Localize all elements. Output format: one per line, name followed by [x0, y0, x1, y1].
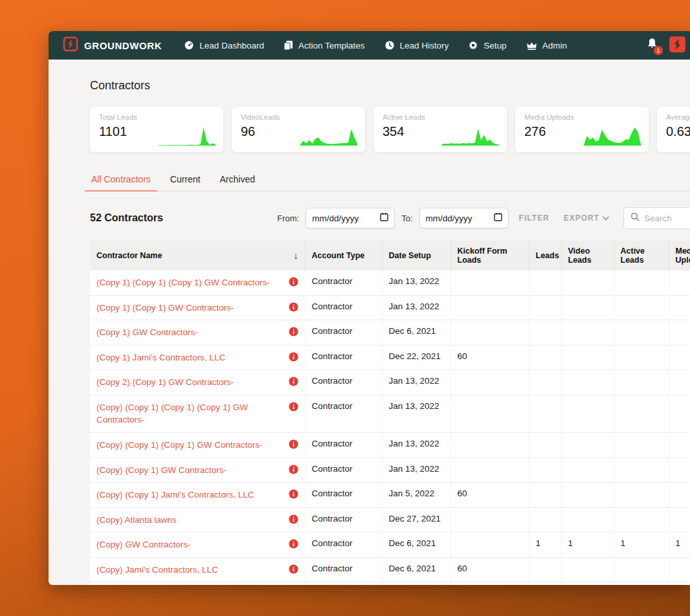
contractor-link[interactable]: (Copy) (Copy 1) (Copy 1) GW Contractors-: [96, 439, 263, 452]
templates-copy-icon: [284, 40, 293, 50]
media-uploads-cell: [669, 345, 690, 370]
sparkline-chart: [159, 124, 216, 146]
col-video-leads[interactable]: Video Leads: [561, 241, 614, 270]
contractor-link[interactable]: (Copy) Atlanta lawns: [96, 514, 177, 527]
media-uploads-cell: [669, 582, 690, 585]
video-leads-cell: [561, 582, 614, 585]
date-from-input[interactable]: mm/dd/yyyy: [306, 208, 395, 228]
account-type-cell: Contractor: [305, 432, 382, 457]
contractor-link[interactable]: (Copy) Jami's Contractors, LLC: [96, 564, 218, 577]
active-leads-cell: [614, 295, 669, 320]
active-leads-cell: [614, 370, 669, 395]
col-account-type[interactable]: Account Type: [305, 241, 382, 270]
info-icon[interactable]: [289, 277, 298, 289]
app-window: GROUNDWORK Lead Dashboard Action Templat…: [49, 31, 690, 585]
leads-cell: [529, 582, 561, 585]
tab-archived[interactable]: Archived: [219, 170, 256, 191]
nav-item-action-templates[interactable]: Action Templates: [284, 40, 365, 50]
info-icon[interactable]: [289, 327, 298, 339]
list-header: 52 Contractors From: mm/dd/yyyy To: mm/d…: [90, 207, 690, 229]
leads-cell: [529, 370, 561, 395]
main-nav: Lead Dashboard Action Templates Lead His…: [184, 40, 567, 50]
date-to-input[interactable]: mm/dd/yyyy: [419, 208, 509, 228]
contractor-link[interactable]: (Copy) (Copy 1) Jami's Contractors, LLC: [96, 489, 254, 501]
kickoff-loads-cell: 60: [451, 345, 529, 370]
account-type-cell: Contractor: [305, 370, 382, 395]
contractor-name-cell: (Copy) Jami's Contractors, LLC: [90, 557, 305, 582]
stat-card-media-uploads: Media Uploads 276: [515, 107, 649, 152]
export-button[interactable]: EXPORT: [560, 211, 613, 225]
calendar-icon[interactable]: [494, 212, 502, 224]
account-type-cell: Contractor: [305, 345, 382, 370]
leads-cell: [529, 295, 561, 320]
contractor-link[interactable]: (Copy 2) (Copy 1) GW Contractors-: [96, 376, 234, 389]
calendar-icon[interactable]: [380, 212, 388, 224]
info-icon[interactable]: [289, 465, 298, 477]
info-icon[interactable]: [289, 539, 298, 551]
clock-icon: [384, 40, 395, 50]
nav-item-lead-history[interactable]: Lead History: [384, 40, 449, 50]
col-leads[interactable]: Leads: [529, 241, 561, 270]
contractor-link[interactable]: (Copy 1) (Copy 1) (Copy 1) GW Contractor…: [96, 276, 270, 289]
table-row: (Copy 1) (Copy 1) (Copy 1) GW Contractor…: [90, 270, 690, 295]
video-leads-cell: [561, 507, 614, 533]
media-uploads-cell: [669, 457, 690, 483]
search-input[interactable]: [644, 214, 690, 223]
tab-current[interactable]: Current: [169, 170, 202, 191]
contractor-name-cell: (Copy 1) (Copy 1) GW Contractors-: [90, 295, 305, 320]
info-icon[interactable]: [289, 514, 298, 527]
filter-button[interactable]: FILTER: [515, 211, 553, 225]
contractor-tabs: All Contractors Current Archived: [90, 170, 690, 192]
col-date-setup[interactable]: Date Setup: [382, 241, 451, 270]
active-leads-cell: [614, 432, 669, 457]
leads-cell: [529, 345, 561, 370]
info-icon[interactable]: [289, 402, 298, 426]
col-kickoff-form-loads[interactable]: Kickoff Form Loads: [451, 241, 529, 270]
info-icon[interactable]: [289, 439, 298, 452]
active-leads-cell: [614, 507, 669, 533]
video-leads-cell: [561, 483, 614, 508]
sparkline-chart: [300, 124, 357, 146]
notifications-bell-icon[interactable]: 1: [646, 38, 658, 53]
contractor-link[interactable]: (Copy 1) Jami's Contractors, LLC: [96, 351, 225, 364]
info-icon[interactable]: [289, 352, 298, 364]
contractor-link[interactable]: (Copy 1) (Copy 1) GW Contractors-: [96, 302, 234, 314]
kickoff-loads-cell: 60: [451, 557, 529, 582]
kickoff-loads-cell: [451, 395, 529, 432]
search-box: [623, 207, 690, 229]
kickoff-loads-cell: [451, 533, 529, 558]
info-icon[interactable]: [289, 377, 298, 389]
info-icon[interactable]: [289, 489, 298, 501]
contractor-name-cell: (Copy 1) GW Contractors-: [90, 320, 305, 346]
contractor-link[interactable]: (Copy) GW Contractors-: [96, 538, 191, 551]
active-leads-cell: [614, 557, 669, 582]
groundwork-logo-filled-icon[interactable]: [669, 36, 686, 56]
nav-item-setup[interactable]: Setup: [468, 40, 506, 50]
col-media-uploads[interactable]: Media Uploads: [669, 241, 690, 270]
gear-icon: [468, 40, 478, 50]
sort-desc-icon[interactable]: ↓: [294, 250, 298, 261]
contractor-link[interactable]: (Copy) (Copy 1) GW Contractors-: [96, 464, 227, 477]
tab-all-contractors[interactable]: All Contractors: [90, 170, 152, 191]
info-icon[interactable]: [289, 564, 298, 577]
col-contractor-name[interactable]: Contractor Name ↓: [90, 241, 305, 270]
media-uploads-cell: [669, 432, 690, 457]
table-row: (Copy) (Copy 1) GW Contractors- Contract…: [90, 457, 690, 483]
contractor-name-cell: (Copy) (Copy 1) Jami's Contractors, LLC: [90, 483, 305, 508]
info-icon[interactable]: [289, 302, 298, 314]
nav-item-admin[interactable]: Admin: [526, 41, 567, 50]
kickoff-loads-cell: [451, 270, 529, 295]
to-label: To:: [401, 214, 412, 223]
media-uploads-cell: [669, 507, 690, 533]
top-navbar: GROUNDWORK Lead Dashboard Action Templat…: [49, 31, 690, 60]
contractor-link[interactable]: (Copy) (Copy 1) (Copy 1) (Copy 1) GW Con…: [96, 401, 284, 426]
active-leads-cell: [614, 395, 669, 432]
contractor-name-cell: (Copy) (Copy 1) (Copy 1) GW Contractors-: [90, 432, 305, 457]
active-leads-cell: [614, 320, 669, 346]
account-type-cell: Contractor: [305, 507, 382, 533]
col-active-leads[interactable]: Active Leads: [614, 241, 669, 270]
contractor-link[interactable]: (Copy 1) GW Contractors-: [96, 326, 198, 339]
brand[interactable]: GROUNDWORK: [63, 36, 162, 54]
date-setup-cell: Jan 13, 2022: [382, 432, 451, 457]
nav-item-lead-dashboard[interactable]: Lead Dashboard: [184, 40, 264, 50]
